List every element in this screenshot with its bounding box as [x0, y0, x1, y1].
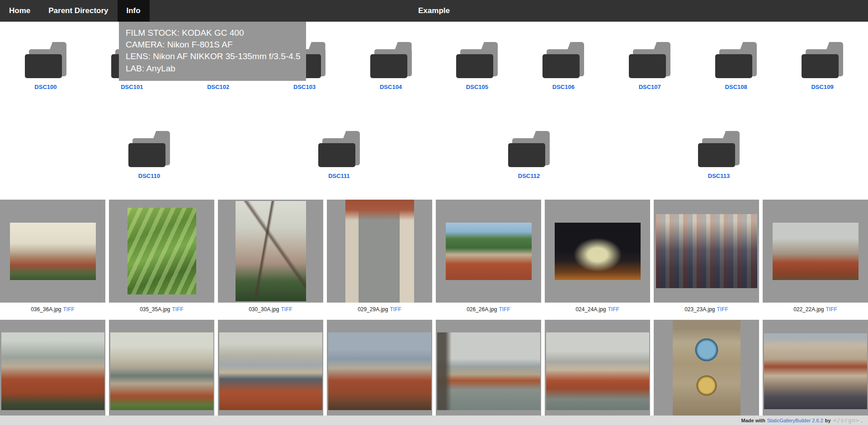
gallery-cell	[109, 320, 214, 423]
thumbnail-image[interactable]	[555, 223, 641, 280]
nav-item-info[interactable]: Info	[118, 0, 150, 22]
gallery-cell: 026_26A.jpgTIFF	[436, 200, 541, 316]
folder-label[interactable]: DSC112	[518, 173, 540, 179]
folder-label[interactable]: DSC102	[207, 84, 229, 90]
folder-icon[interactable]	[456, 42, 498, 78]
folder-icon[interactable]	[698, 131, 740, 167]
folder-icon-front	[629, 54, 666, 78]
thumbnail-image[interactable]	[127, 208, 196, 294]
thumbnail-frame	[218, 320, 323, 423]
gallery-cell	[545, 320, 650, 423]
thumbnail-frame	[109, 320, 214, 423]
folder-label[interactable]: DSC111	[328, 173, 350, 179]
nav-item-home[interactable]: Home	[0, 0, 39, 22]
thumbnail-frame	[218, 200, 323, 303]
thumbnail-image[interactable]	[773, 223, 859, 280]
folder-item[interactable]: DSC100	[5, 42, 86, 90]
thumbnail-image[interactable]	[673, 320, 741, 422]
tiff-link[interactable]: TIFF	[281, 306, 292, 313]
folder-icon[interactable]	[802, 42, 843, 78]
thumbnail-caption: 026_26A.jpgTIFF	[436, 303, 541, 316]
folder-item[interactable]: DSC112	[488, 131, 570, 179]
nav-bar: Home Parent Directory Info Example	[0, 0, 868, 22]
folder-item[interactable]: DSC107	[609, 42, 690, 90]
gallery-cell	[218, 320, 323, 423]
folder-icon[interactable]	[25, 42, 66, 78]
thumbnail-frame	[763, 320, 868, 423]
folder-icon[interactable]	[715, 42, 757, 78]
page-title: Example	[418, 0, 450, 22]
folder-item[interactable]: DSC104	[350, 42, 432, 90]
folder-item[interactable]: DSC111	[298, 131, 380, 179]
footer-builder-link[interactable]: StaticGalleryBuilder 2.6.2	[767, 418, 823, 423]
folder-item[interactable]: DSC109	[782, 42, 863, 90]
tiff-link[interactable]: TIFF	[499, 306, 510, 313]
thumbnail-image[interactable]	[10, 223, 96, 280]
thumbnail-image[interactable]	[345, 200, 414, 303]
folder-label[interactable]: DSC101	[121, 84, 143, 90]
nav-item-parent-directory[interactable]: Parent Directory	[39, 0, 117, 22]
folder-label[interactable]: DSC113	[708, 173, 730, 179]
thumbnail-frame	[436, 320, 541, 423]
folder-label[interactable]: DSC103	[293, 84, 316, 90]
thumbnail-image[interactable]	[446, 223, 532, 280]
thumbnail-frame	[109, 200, 214, 303]
gallery-cell	[654, 320, 759, 423]
folder-icon-front	[318, 143, 355, 167]
folder-icon[interactable]	[318, 131, 360, 167]
folder-label[interactable]: DSC100	[34, 84, 57, 90]
folder-icon-front	[25, 54, 62, 78]
folder-icon[interactable]	[508, 131, 550, 167]
filename-label: 030_30A.jpg	[249, 306, 279, 313]
srgn-logo[interactable]: </srgn>	[833, 417, 859, 424]
thumbnail-image[interactable]	[546, 332, 649, 410]
folder-item[interactable]: DSC113	[678, 131, 760, 179]
folder-icon[interactable]	[542, 42, 584, 78]
filename-label: 029_29A.jpg	[358, 306, 388, 313]
tiff-link[interactable]: TIFF	[172, 306, 184, 313]
thumbnail-frame	[654, 200, 759, 303]
tiff-link[interactable]: TIFF	[608, 306, 619, 313]
folder-label[interactable]: DSC108	[725, 84, 747, 90]
folder-label[interactable]: DSC105	[466, 84, 488, 90]
thumbnail-image[interactable]	[236, 201, 306, 301]
thumbnail-image[interactable]	[656, 214, 757, 288]
tooltip-line-film-stock: FILM STOCK: KODAK GC 400	[126, 27, 301, 39]
folder-label[interactable]: DSC107	[639, 84, 661, 90]
folder-item[interactable]: DSC110	[108, 131, 190, 179]
thumbnail-image[interactable]	[764, 333, 867, 409]
folder-icon[interactable]	[370, 42, 412, 78]
folder-item[interactable]: DSC105	[436, 42, 518, 90]
thumbnail-caption: 036_36A.jpgTIFF	[0, 303, 105, 316]
tooltip-line-lab: LAB: AnyLab	[126, 63, 301, 75]
folder-label[interactable]: DSC110	[138, 173, 160, 179]
folder-label[interactable]: DSC104	[380, 84, 402, 90]
thumbnail-image[interactable]	[328, 332, 431, 410]
tiff-link[interactable]: TIFF	[826, 306, 837, 313]
folder-icon-front	[802, 54, 839, 78]
gallery-cell: 023_23A.jpgTIFF	[654, 200, 759, 316]
footer-made-with-text: Made with	[741, 418, 765, 423]
folder-icon[interactable]	[128, 131, 170, 167]
folder-label[interactable]: DSC106	[552, 84, 575, 90]
folder-icon-front	[128, 143, 165, 167]
footer-period: .	[861, 418, 863, 423]
folder-label[interactable]: DSC109	[811, 84, 833, 90]
tiff-link[interactable]: TIFF	[390, 306, 401, 313]
folder-icon-front	[508, 143, 545, 167]
thumbnail-image[interactable]	[110, 332, 213, 410]
folder-icon[interactable]	[629, 42, 670, 78]
folder-icon-front	[370, 54, 407, 78]
thumbnail-image[interactable]	[1, 332, 104, 410]
thumbnail-image[interactable]	[437, 332, 540, 410]
thumbnail-image[interactable]	[219, 332, 322, 410]
folder-item[interactable]: DSC106	[523, 42, 604, 90]
tiff-link[interactable]: TIFF	[717, 306, 728, 313]
folder-icon-front	[456, 54, 493, 78]
tiff-link[interactable]: TIFF	[63, 306, 75, 313]
thumbnail-frame	[0, 200, 105, 303]
footer-by-text: by	[825, 418, 831, 423]
thumbnail-caption: 030_30A.jpgTIFF	[218, 303, 323, 316]
info-tooltip: FILM STOCK: KODAK GC 400 CAMERA: Nikon F…	[119, 22, 306, 81]
folder-item[interactable]: DSC108	[695, 42, 777, 90]
